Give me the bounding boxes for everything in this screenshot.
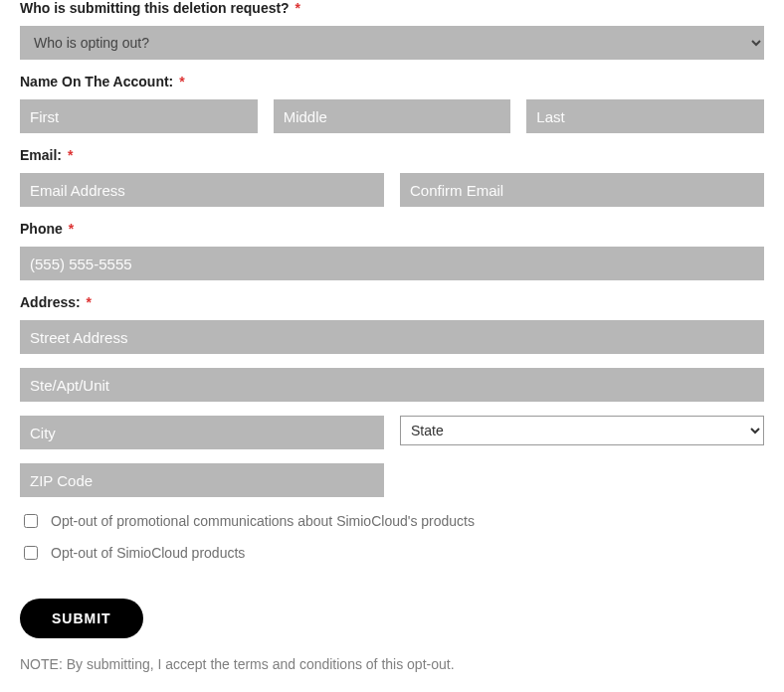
zip-input[interactable] [20,463,384,497]
terms-note: NOTE: By submitting, I accept the terms … [20,656,764,672]
confirm-email-input[interactable] [400,173,764,207]
last-name-input[interactable] [526,99,764,133]
email-input[interactable] [20,173,384,207]
optout-products-checkbox[interactable] [24,546,38,560]
who-submitting-label: Who is submitting this deletion request?… [20,0,764,16]
address-label-text: Address: [20,294,81,310]
city-input[interactable] [20,416,384,449]
unit-input[interactable] [20,368,764,402]
address-label: Address: * [20,294,764,310]
street-address-input[interactable] [20,320,764,354]
name-on-account-label: Name On The Account: * [20,74,764,89]
required-asterisk: * [69,221,74,237]
required-asterisk: * [295,0,300,16]
first-name-input[interactable] [20,99,258,133]
name-on-account-label-text: Name On The Account: [20,74,173,89]
who-submitting-label-text: Who is submitting this deletion request? [20,0,290,16]
phone-label: Phone * [20,221,764,237]
phone-input[interactable] [20,247,764,280]
state-select[interactable]: State [400,416,764,445]
middle-name-input[interactable] [274,99,511,133]
phone-label-text: Phone [20,221,63,237]
required-asterisk: * [179,74,184,89]
who-opting-out-select[interactable]: Who is opting out? [20,26,764,60]
submit-button[interactable]: SUBMIT [20,599,143,638]
optout-promo-checkbox[interactable] [24,514,38,528]
required-asterisk: * [68,147,73,163]
email-label-text: Email: [20,147,62,163]
optout-promo-label: Opt-out of promotional communications ab… [51,513,475,529]
email-label: Email: * [20,147,764,163]
optout-products-label: Opt-out of SimioCloud products [51,545,245,561]
required-asterisk: * [87,294,92,310]
